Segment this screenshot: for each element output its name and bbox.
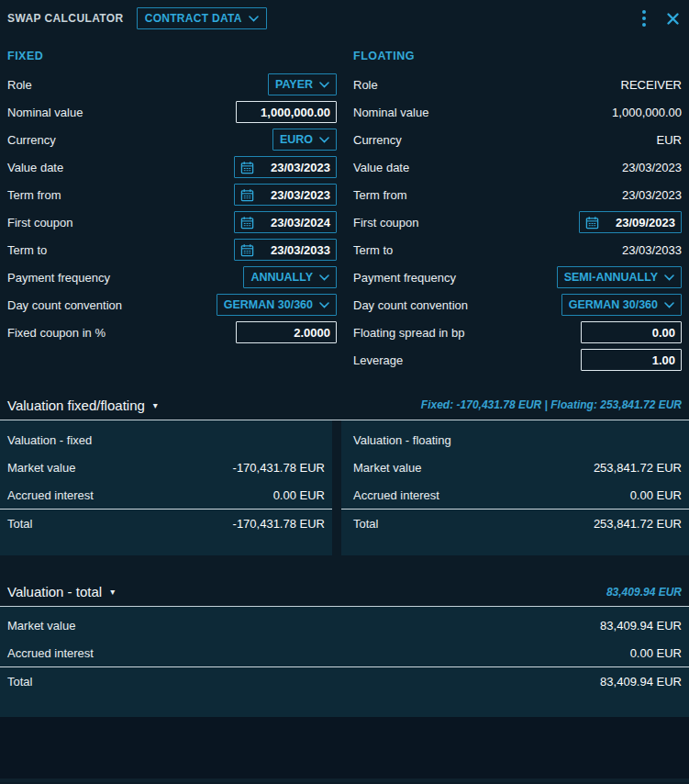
empty-area bbox=[0, 717, 689, 778]
floating-term-from-row: Term from 23/03/2023 bbox=[353, 181, 682, 208]
accrued-interest-amount: 0.00 EUR bbox=[630, 488, 682, 502]
calendar-icon bbox=[240, 161, 254, 174]
fixed-nominal-row: Nominal value bbox=[7, 98, 337, 126]
valuation-total-toggle[interactable]: Valuation - total ▾ bbox=[7, 584, 115, 599]
fixed-term-from-input[interactable]: 23/03/2023 bbox=[234, 184, 337, 206]
floating-first-coupon-input[interactable]: 23/09/2023 bbox=[579, 211, 682, 233]
floating-spread-row: Floating spread in bp bbox=[353, 319, 682, 346]
fixed-payment-frequency-dropdown[interactable]: ANNUALLY bbox=[243, 266, 337, 288]
fixed-currency-row: Currency EURO bbox=[7, 126, 337, 153]
caret-down-icon: ▾ bbox=[153, 400, 158, 410]
titlebar-actions bbox=[639, 8, 680, 28]
calendar-icon bbox=[240, 243, 254, 257]
fixed-day-count-row: Day count convention GERMAN 30/360 bbox=[7, 291, 337, 319]
floating-day-count-dropdown[interactable]: GERMAN 30/360 bbox=[561, 294, 682, 316]
total-label: Total bbox=[7, 675, 32, 689]
floating-day-count-row: Day count convention GERMAN 30/360 bbox=[353, 291, 682, 319]
contract-data-label: CONTRACT DATA bbox=[145, 12, 242, 25]
floating-term-to-label: Term to bbox=[353, 243, 393, 257]
kebab-menu-icon[interactable] bbox=[639, 8, 650, 28]
valuation-ff-toggle[interactable]: Valuation fixed/floating ▾ bbox=[7, 398, 158, 413]
floating-currency-label: Currency bbox=[353, 133, 402, 147]
fixed-day-count-value: GERMAN 30/360 bbox=[224, 298, 313, 311]
swap-calculator-window: SWAP CALCULATOR CONTRACT DATA FIXED Role… bbox=[0, 0, 689, 784]
market-value-amount: 83,409.94 EUR bbox=[600, 619, 682, 633]
fixed-term-from-label: Term from bbox=[7, 188, 61, 202]
table-row: Accrued interest 0.00 EUR bbox=[0, 481, 332, 509]
valuation-total-header: Valuation - total ▾ 83,409.94 EUR bbox=[0, 577, 689, 607]
valuation-floating-table: Valuation - floating Market value 253,84… bbox=[341, 420, 689, 555]
fixed-coupon-input[interactable] bbox=[236, 321, 337, 343]
floating-day-count-label: Day count convention bbox=[353, 298, 468, 312]
fixed-first-coupon-value: 23/03/2024 bbox=[271, 216, 330, 230]
fixed-first-coupon-label: First coupon bbox=[7, 216, 73, 230]
accrued-interest-label: Accrued interest bbox=[7, 646, 94, 660]
valuation-ff-title: Valuation fixed/floating bbox=[7, 398, 145, 413]
fixed-coupon-row: Fixed coupon in % bbox=[7, 319, 337, 346]
titlebar: SWAP CALCULATOR CONTRACT DATA bbox=[0, 0, 689, 37]
table-row: Market value 83,409.94 EUR bbox=[0, 611, 689, 639]
fixed-column: FIXED Role PAYER Nominal value Currency … bbox=[7, 50, 337, 374]
floating-currency-row: Currency EUR bbox=[353, 126, 682, 153]
floating-nominal-label: Nominal value bbox=[353, 106, 428, 119]
total-amount: 83,409.94 EUR bbox=[600, 675, 682, 689]
calendar-icon bbox=[240, 216, 254, 230]
floating-value-date-row: Value date 23/03/2023 bbox=[353, 153, 682, 181]
floating-nominal-row: Nominal value 1,000,000.00 bbox=[353, 98, 682, 126]
fixed-term-from-row: Term from 23/03/2023 bbox=[7, 181, 337, 208]
valuation-total-table: Market value 83,409.94 EUR Accrued inter… bbox=[0, 607, 689, 717]
fixed-first-coupon-row: First coupon 23/03/2024 bbox=[7, 208, 337, 236]
fixed-nominal-input[interactable] bbox=[236, 101, 337, 123]
total-label: Total bbox=[7, 517, 32, 531]
fixed-section-title: FIXED bbox=[7, 50, 337, 71]
floating-role-value: RECEIVER bbox=[621, 78, 682, 92]
floating-payment-frequency-dropdown[interactable]: SEMI-ANNUALLY bbox=[557, 266, 682, 288]
floating-term-to-value: 23/03/2033 bbox=[622, 243, 682, 257]
fixed-currency-dropdown[interactable]: EURO bbox=[272, 129, 337, 151]
table-row: Market value -170,431.78 EUR bbox=[0, 454, 332, 481]
fixed-payment-frequency-label: Payment frequency bbox=[7, 271, 110, 285]
valuation-total-title: Valuation - total bbox=[7, 584, 102, 599]
floating-term-from-label: Term from bbox=[353, 188, 407, 202]
fixed-value-date-value: 23/03/2023 bbox=[271, 161, 330, 174]
fixed-role-dropdown[interactable]: PAYER bbox=[268, 73, 337, 95]
floating-term-from-value: 23/03/2023 bbox=[622, 188, 682, 202]
floating-value-date-value: 23/03/2023 bbox=[622, 161, 682, 174]
calendar-icon bbox=[585, 216, 599, 230]
market-value-label: Market value bbox=[7, 461, 75, 475]
floating-first-coupon-row: First coupon 23/09/2023 bbox=[353, 208, 682, 236]
contract-data-dropdown[interactable]: CONTRACT DATA bbox=[137, 7, 267, 29]
floating-role-row: Role RECEIVER bbox=[353, 71, 682, 98]
fixed-value-date-input[interactable]: 23/03/2023 bbox=[234, 156, 337, 178]
table-row: Accrued interest 0.00 EUR bbox=[0, 639, 689, 666]
floating-payment-frequency-row: Payment frequency SEMI-ANNUALLY bbox=[353, 263, 682, 291]
chevron-down-icon bbox=[664, 302, 674, 308]
valuation-ff-summary: Fixed: -170,431.78 EUR | Floating: 253,8… bbox=[421, 398, 682, 411]
floating-first-coupon-value: 23/09/2023 bbox=[616, 216, 675, 230]
floating-payment-frequency-value: SEMI-ANNUALLY bbox=[564, 271, 658, 284]
floating-leverage-input[interactable] bbox=[581, 349, 682, 371]
app-title: SWAP CALCULATOR bbox=[7, 12, 124, 25]
market-value-amount: -170,431.78 EUR bbox=[233, 461, 325, 475]
floating-day-count-value: GERMAN 30/360 bbox=[569, 298, 658, 311]
valuation-fixed-title: Valuation - fixed bbox=[7, 433, 92, 447]
fixed-term-to-input[interactable]: 23/03/2033 bbox=[234, 239, 337, 261]
fixed-value-date-row: Value date 23/03/2023 bbox=[7, 153, 337, 181]
fixed-day-count-label: Day count convention bbox=[7, 298, 122, 312]
floating-value-date-label: Value date bbox=[353, 161, 409, 174]
fixed-value-date-label: Value date bbox=[7, 161, 63, 174]
floating-term-to-row: Term to 23/03/2033 bbox=[353, 236, 682, 263]
valuation-floating-title-row: Valuation - floating bbox=[341, 426, 689, 454]
accrued-interest-label: Accrued interest bbox=[7, 488, 94, 502]
floating-leverage-label: Leverage bbox=[353, 353, 403, 367]
fixed-currency-value: EURO bbox=[280, 133, 313, 146]
total-row: Total 83,409.94 EUR bbox=[0, 667, 689, 695]
floating-leverage-row: Leverage bbox=[353, 346, 682, 374]
fixed-day-count-dropdown[interactable]: GERMAN 30/360 bbox=[217, 294, 337, 316]
floating-payment-frequency-label: Payment frequency bbox=[353, 271, 456, 285]
fixed-role-row: Role PAYER bbox=[7, 71, 337, 98]
floating-spread-input[interactable] bbox=[581, 321, 682, 343]
total-row: Total 253,841.72 EUR bbox=[341, 510, 689, 537]
close-icon[interactable] bbox=[666, 12, 680, 26]
fixed-first-coupon-input[interactable]: 23/03/2024 bbox=[234, 211, 337, 233]
